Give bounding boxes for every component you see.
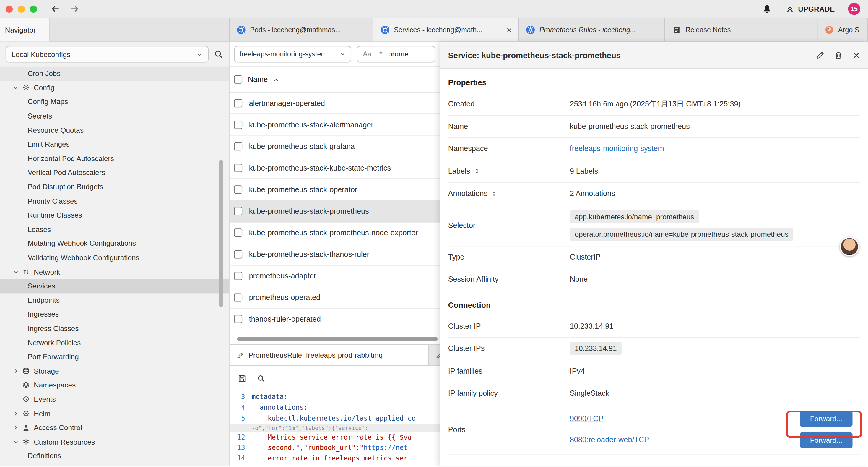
sidebar-scrollbar[interactable] [219,160,223,307]
row-checkbox[interactable] [234,185,242,194]
sidebar-item-access-control[interactable]: Access Control [0,420,229,435]
table-row-prometheus-adapter[interactable]: prometheus-adapter [229,265,440,287]
sidebar-item-config-maps[interactable]: Config Maps [0,95,229,109]
search-icon[interactable] [214,49,224,59]
edit-icon [435,351,440,359]
close-tab-icon[interactable] [505,26,513,33]
sidebar-item-runtime-classes[interactable]: Runtime Classes [0,208,229,222]
match-case-toggle[interactable]: Aa [363,50,371,58]
kubeconfig-select[interactable]: Local Kubeconfigs [6,46,209,62]
horizontal-scrollbar[interactable] [229,336,440,343]
tab-services-icecheng-math[interactable]: Services - icecheng@math... [373,18,519,42]
sidebar-item-helm[interactable]: Helm [0,406,229,420]
back-button[interactable] [50,4,60,14]
table-row-kube-prometheus-stack-alertmanager[interactable]: kube-prometheus-stack-alertmanager [229,114,440,136]
table-row-kube-prometheus-stack-kube-state-metrics[interactable]: kube-prometheus-stack-kube-state-metrics [229,157,440,179]
yaml-editor[interactable]: 3metadata:4 annotations:5 kubectl.kubern… [229,390,440,466]
sidebar-item-pod-disruption-budgets[interactable]: Pod Disruption Budgets [0,180,229,194]
namespace-link[interactable]: freeleaps-monitoring-system [570,145,664,153]
sort-toggle-icon[interactable] [491,191,497,197]
sidebar-item-label: Resource Quotas [28,126,84,134]
sidebar-item-mutating-webhook-configurations[interactable]: Mutating Webhook Configurations [0,236,229,251]
sidebar-item-leases[interactable]: Leases [0,222,229,236]
port-link[interactable]: 8080:reloader-web/TCP [570,430,649,451]
sidebar-item-endpoints[interactable]: Endpoints [0,293,229,307]
sidebar-item-network[interactable]: Network [0,265,229,279]
sidebar-item-network-policies[interactable]: Network Policies [0,335,229,350]
sidebar-item-cron-jobs[interactable]: Cron Jobs [0,66,229,81]
tab-label: Pods - icecheng@mathmas... [250,26,367,34]
row-checkbox[interactable] [234,142,242,150]
tab-argo-s[interactable]: Argo S [818,18,868,42]
sidebar-item-definitions[interactable]: Definitions [0,449,229,463]
row-checkbox[interactable] [234,207,242,215]
dock-tab-prometheusrule[interactable]: PrometheusRule: freeleaps-prod-rabbitmq [229,345,429,365]
sidebar-item-namespaces[interactable]: Namespaces [0,378,229,392]
sidebar-item-horizontal-pod-autoscalers[interactable]: Horizontal Pod Autoscalers [0,151,229,166]
zoom-window-button[interactable] [30,5,37,12]
row-checkbox[interactable] [234,99,242,107]
sidebar-item-services[interactable]: Services [0,279,229,293]
sidebar-item-events[interactable]: Events [0,392,229,406]
sidebar-item-limit-ranges[interactable]: Limit Ranges [0,137,229,151]
sidebar-item-ingresses[interactable]: Ingresses [0,307,229,321]
table-row-kube-prometheus-stack-prometheus[interactable]: kube-prometheus-stack-prometheus [229,201,440,222]
edit-icon[interactable] [815,50,825,60]
sidebar-item-resource-quotas[interactable]: Resource Quotas [0,123,229,137]
sidebar-item-storage[interactable]: Storage [0,364,229,378]
sidebar-item-custom-resources[interactable]: Custom Resources [0,435,229,449]
name-column-header[interactable]: Name [248,75,268,83]
sidebar-item-port-forwarding[interactable]: Port Forwarding [0,350,229,364]
sort-toggle-icon[interactable] [473,168,480,174]
bell-icon[interactable] [762,4,772,14]
row-checkbox[interactable] [234,250,242,259]
upgrade-button[interactable]: UPGRADE [785,4,835,13]
table-row-prometheus-operated[interactable]: prometheus-operated [229,287,440,309]
table-row-kube-prometheus-stack-operator[interactable]: kube-prometheus-stack-operator [229,179,440,201]
tab-prometheus-rules-icecheng[interactable]: Prometheus Rules - icecheng... [519,18,665,42]
close-icon[interactable] [852,51,861,59]
port-link[interactable]: 9090/TCP [570,408,603,430]
notification-badge[interactable]: 15 [848,3,860,15]
forward-button[interactable] [70,4,80,14]
helm-icon [22,410,30,417]
table-row-kube-prometheus-stack-prometheus-node-exporter[interactable]: kube-prometheus-stack-prometheus-node-ex… [229,222,440,244]
row-checkbox[interactable] [234,164,242,172]
row-checkbox[interactable] [234,315,242,323]
sidebar-item-priority-classes[interactable]: Priority Classes [0,194,229,208]
drawer-body: PropertiesCreated253d 16h 6m ago (2025年1… [440,68,868,466]
sidebar-item-validating-webhook-configurations[interactable]: Validating Webhook Configurations [0,251,229,265]
row-checkbox[interactable] [234,121,242,129]
row-checkbox[interactable] [234,293,242,302]
service-name: kube-prometheus-stack-operator [249,185,358,194]
table-row-kube-prometheus-stack-thanos-ruler[interactable]: kube-prometheus-stack-thanos-ruler [229,244,440,265]
search-input[interactable]: Aa .* prome [357,46,435,62]
drawer-row-ip-families: IP familiesIPv4 [448,360,860,382]
dock-tab-next[interactable] [429,345,440,365]
editor-search-icon[interactable] [257,374,266,383]
sidebar-item-vertical-pod-autoscalers[interactable]: Vertical Pod Autoscalers [0,166,229,180]
table-row-thanos-ruler-operated[interactable]: thanos-ruler-operated [229,309,440,330]
editor-line: -o","for":"1m","labels":{"service": [229,424,440,432]
row-checkbox[interactable] [234,272,242,280]
navigator-header[interactable]: Navigator [0,18,50,42]
sidebar-item-ingress-classes[interactable]: Ingress Classes [0,321,229,335]
tab-release-notes[interactable]: Release Notes [665,18,818,42]
select-all-checkbox[interactable] [234,75,242,83]
field-label: Selector [448,221,570,229]
sort-ascending-icon[interactable] [273,77,279,83]
avatar[interactable] [840,237,859,256]
delete-icon[interactable] [834,50,843,60]
namespace-select[interactable]: freeleaps-monitoring-system [234,46,351,62]
tab-pods-icecheng-mathmas[interactable]: Pods - icecheng@mathmas... [229,18,373,42]
table-row-alertmanager-operated[interactable]: alertmanager-operated [229,92,440,114]
save-icon[interactable] [237,374,247,383]
sidebar-item-config[interactable]: Config [0,81,229,95]
regex-toggle[interactable]: .* [378,50,382,58]
row-checkbox[interactable] [234,229,242,237]
sidebar-item-secrets[interactable]: Secrets [0,109,229,123]
close-window-button[interactable] [6,5,13,12]
table-row-kube-prometheus-stack-grafana[interactable]: kube-prometheus-stack-grafana [229,136,440,157]
minimize-window-button[interactable] [18,5,25,12]
scrollbar-thumb[interactable] [237,337,438,341]
